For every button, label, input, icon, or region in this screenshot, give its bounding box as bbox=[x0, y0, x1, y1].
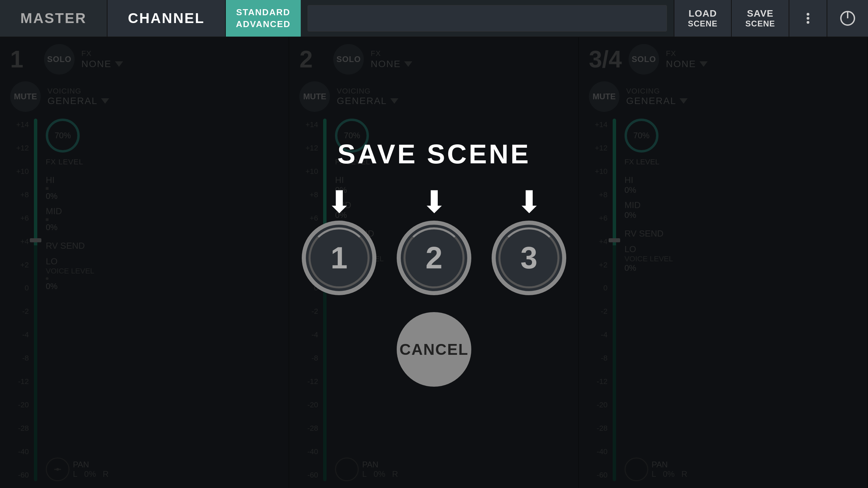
master-tab-label: MASTER bbox=[20, 10, 86, 26]
power-icon bbox=[839, 10, 856, 27]
load-label-line2: SCENE bbox=[688, 19, 718, 29]
standard-advanced-toggle[interactable]: STANDARD ADVANCED bbox=[226, 0, 301, 37]
standard-label: STANDARD bbox=[236, 7, 290, 18]
scene-slots: ⬇ 1 ⬇ 2 ⬇ 3 bbox=[302, 187, 566, 295]
slot-circle-3[interactable]: 3 bbox=[492, 221, 566, 295]
advanced-label: ADVANCED bbox=[236, 19, 291, 29]
slot-circle-2[interactable]: 2 bbox=[397, 221, 471, 295]
slot-arrow-1: ⬇ bbox=[327, 187, 352, 217]
load-scene-button[interactable]: LOAD SCENE bbox=[674, 0, 731, 37]
scene-slot-2: ⬇ 2 bbox=[397, 187, 471, 295]
save-label-line1: SAVE bbox=[747, 8, 773, 19]
slot-circle-1[interactable]: 1 bbox=[302, 221, 376, 295]
svg-point-0 bbox=[807, 13, 809, 16]
save-scene-button[interactable]: SAVE SCENE bbox=[731, 0, 789, 37]
scene-name-display bbox=[308, 5, 667, 32]
scene-slot-1: ⬇ 1 bbox=[302, 187, 376, 295]
power-button[interactable] bbox=[827, 0, 868, 37]
main-content: 1 SOLO FX NONE MUTE VOICING GENERAL bbox=[0, 37, 868, 488]
cancel-button[interactable]: CANCEL bbox=[397, 312, 471, 387]
svg-point-1 bbox=[807, 17, 809, 20]
slot-arrow-2: ⬇ bbox=[421, 187, 447, 217]
more-icon bbox=[801, 12, 815, 25]
master-tab[interactable]: MASTER bbox=[0, 0, 107, 37]
load-label-line1: LOAD bbox=[689, 8, 717, 19]
channel-tab-label: CHANNEL bbox=[128, 10, 204, 26]
slot-arrow-3: ⬇ bbox=[516, 187, 542, 217]
save-label-line2: SCENE bbox=[745, 19, 775, 29]
scene-slot-3: ⬇ 3 bbox=[492, 187, 566, 295]
overlay-title: SAVE SCENE bbox=[337, 139, 531, 170]
top-bar: MASTER CHANNEL STANDARD ADVANCED LOAD SC… bbox=[0, 0, 868, 37]
more-options-button[interactable] bbox=[789, 0, 827, 37]
svg-point-2 bbox=[807, 21, 809, 24]
channel-tab[interactable]: CHANNEL bbox=[107, 0, 225, 37]
save-scene-overlay: SAVE SCENE ⬇ 1 ⬇ 2 ⬇ 3 CANCEL bbox=[0, 37, 868, 488]
